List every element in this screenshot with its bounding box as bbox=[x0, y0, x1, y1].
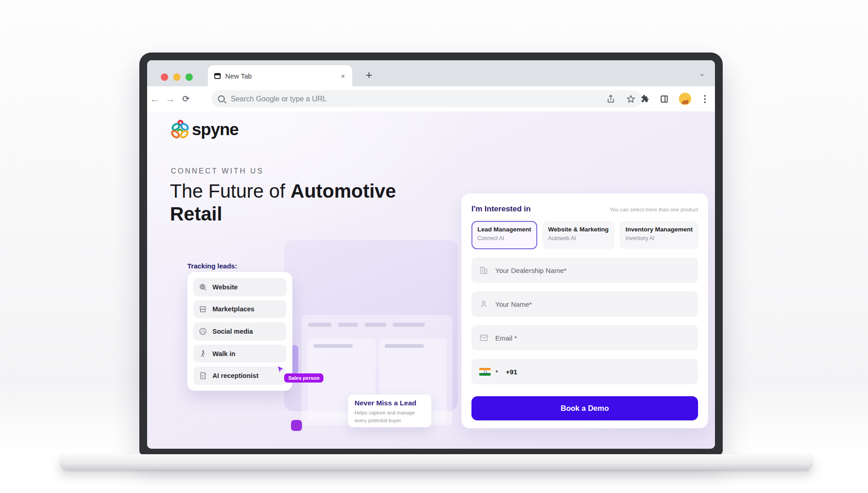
tracking-item-label: Marketplaces bbox=[212, 305, 254, 313]
product-option-lead-management[interactable]: Lead Management Connect AI bbox=[471, 221, 537, 249]
spyne-landing-page: spyne CONNECT WITH US The Future of Auto… bbox=[147, 111, 715, 449]
envelope-icon bbox=[479, 333, 488, 342]
tracking-item-label: Walk in bbox=[212, 350, 235, 357]
share-icon[interactable] bbox=[606, 94, 615, 104]
product-subtitle: Connect AI bbox=[477, 235, 531, 241]
tab-strip: New Tab × + ⌄ bbox=[147, 60, 715, 86]
tracking-item-label: Website bbox=[212, 283, 238, 291]
never-miss-a-lead-card: Never Miss a Lead Helps capture and mana… bbox=[348, 394, 431, 427]
browser-toolbar: ← → ⟳ Search Google or type a URL bbox=[147, 86, 715, 111]
your-name-field[interactable]: Your Name* bbox=[471, 291, 698, 317]
browser-window: New Tab × + ⌄ ← → ⟳ Search Google or typ… bbox=[147, 60, 715, 449]
forward-button[interactable]: → bbox=[163, 93, 178, 105]
product-name: Lead Management bbox=[477, 226, 531, 233]
phone-field[interactable]: ▼ +91 bbox=[471, 359, 698, 384]
product-option-website-marketing[interactable]: Website & Marketing Autoweb AI bbox=[542, 221, 615, 249]
tab-new-tab[interactable]: New Tab × bbox=[208, 65, 352, 86]
tab-favicon-icon bbox=[214, 73, 221, 79]
eyebrow-text: CONNECT WITH US bbox=[171, 167, 264, 175]
book-a-demo-button[interactable]: Book a Demo bbox=[471, 396, 698, 420]
book-demo-form: I'm Interested in You can select more th… bbox=[461, 194, 708, 428]
desktop-background: New Tab × + ⌄ ← → ⟳ Search Google or typ… bbox=[0, 0, 868, 493]
tracking-item-ai-receptionist[interactable]: AI receptionist bbox=[193, 367, 286, 385]
address-bar-placeholder: Search Google or type a URL bbox=[231, 95, 606, 103]
search-icon bbox=[218, 95, 225, 102]
side-panel-icon[interactable] bbox=[660, 94, 669, 104]
spyne-logo-icon bbox=[170, 120, 189, 140]
email-field[interactable]: Email * bbox=[471, 325, 698, 351]
laptop-base bbox=[59, 454, 813, 470]
product-subtitle: Inventory AI bbox=[625, 235, 693, 241]
minimize-window-button[interactable] bbox=[173, 73, 180, 81]
window-controls bbox=[161, 73, 193, 81]
back-button[interactable]: ← bbox=[147, 93, 163, 105]
india-flag-icon[interactable] bbox=[479, 368, 491, 376]
tracking-item-website[interactable]: Website bbox=[193, 278, 286, 296]
sales-person-cursor-icon bbox=[276, 365, 285, 373]
close-window-button[interactable] bbox=[161, 73, 168, 81]
tab-title: New Tab bbox=[225, 72, 335, 80]
product-option-inventory-management[interactable]: Inventory Management Inventory AI bbox=[619, 221, 699, 249]
person-icon bbox=[479, 299, 488, 309]
dealership-name-field[interactable]: Your Dealership Name* bbox=[471, 257, 698, 283]
field-placeholder: Your Dealership Name* bbox=[495, 267, 566, 274]
tracking-item-social-media[interactable]: Social media bbox=[193, 322, 286, 341]
tracking-item-walk-in[interactable]: Walk in bbox=[193, 345, 286, 363]
page-title: The Future of Automotive Retail bbox=[170, 180, 444, 225]
tab-search-chevron-icon[interactable]: ⌄ bbox=[699, 69, 705, 78]
field-placeholder: Your Name* bbox=[495, 300, 532, 308]
bookmark-star-icon[interactable] bbox=[626, 94, 635, 104]
form-hint: You can select more than one product bbox=[610, 207, 698, 212]
reload-button[interactable]: ⟳ bbox=[178, 94, 194, 104]
brand-name: spyne bbox=[192, 120, 238, 139]
globe-search-icon bbox=[199, 283, 207, 291]
lead-card-title: Never Miss a Lead bbox=[355, 399, 425, 407]
product-name: Inventory Management bbox=[625, 226, 693, 233]
lead-card-subtitle: Helps capture and manageevery potential … bbox=[355, 409, 425, 424]
address-bar[interactable]: Search Google or type a URL bbox=[212, 90, 642, 107]
tracking-item-label: Social media bbox=[212, 328, 253, 335]
social-dots-icon bbox=[199, 327, 207, 336]
new-tab-button[interactable]: + bbox=[365, 68, 372, 81]
laptop-frame: New Tab × + ⌄ ← → ⟳ Search Google or typ… bbox=[139, 52, 723, 455]
spyne-logo: spyne bbox=[170, 120, 238, 140]
tracking-item-marketplaces[interactable]: Marketplaces bbox=[193, 300, 286, 319]
extensions-puzzle-icon[interactable] bbox=[640, 94, 650, 104]
sales-person-tag: Sales person bbox=[284, 373, 323, 383]
maximize-window-button[interactable] bbox=[185, 73, 193, 81]
country-dropdown-caret-icon[interactable]: ▼ bbox=[495, 369, 499, 374]
phone-country-code: +91 bbox=[506, 368, 517, 376]
document-plus-icon bbox=[199, 372, 207, 380]
tracking-item-label: AI receptionist bbox=[212, 372, 259, 379]
product-name: Website & Marketing bbox=[548, 226, 609, 233]
building-icon bbox=[479, 266, 488, 275]
walking-person-icon bbox=[199, 350, 207, 358]
browser-menu-icon[interactable] bbox=[701, 94, 709, 104]
storefront-icon bbox=[199, 305, 207, 313]
tracking-leads-label: Tracking leads: bbox=[187, 262, 237, 270]
tab-close-icon[interactable]: × bbox=[340, 72, 346, 80]
product-subtitle: Autoweb AI bbox=[548, 235, 609, 241]
product-options: Lead Management Connect AI Website & Mar… bbox=[471, 221, 698, 249]
illustration-purple-button bbox=[291, 420, 302, 431]
form-title: I'm Interested in bbox=[471, 205, 531, 214]
dog-avatar-icon bbox=[681, 99, 690, 105]
field-placeholder: Email * bbox=[495, 334, 517, 342]
profile-avatar[interactable] bbox=[679, 93, 691, 105]
